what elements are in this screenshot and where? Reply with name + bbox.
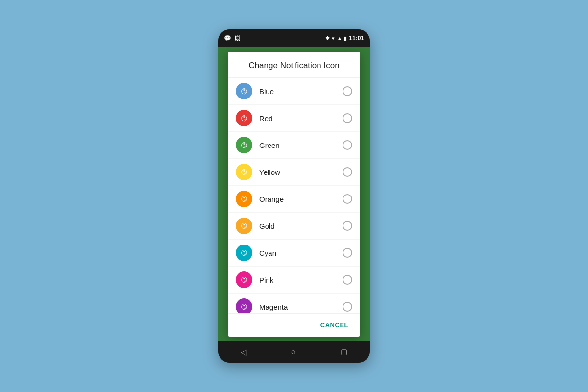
- cancel-button[interactable]: CANCEL: [317, 318, 352, 332]
- dialog-title: Change Notification Icon: [228, 52, 360, 78]
- gold-icon-circle: [236, 218, 252, 234]
- status-right-icons: ✱ ▾ ▲ ▮ 11:01: [325, 35, 364, 42]
- red-label: Red: [259, 114, 343, 122]
- pink-label: Pink: [259, 276, 343, 284]
- yellow-icon-circle: [236, 164, 252, 180]
- cyan-label: Cyan: [259, 249, 343, 257]
- pink-icon-circle: [236, 271, 252, 288]
- dialog-overlay: Change Notification Icon BlueRedGreenYel…: [218, 47, 370, 341]
- dialog-actions: CANCEL: [228, 313, 360, 337]
- yellow-radio[interactable]: [343, 167, 352, 177]
- nav-bar: [218, 341, 370, 363]
- blue-label: Blue: [259, 87, 343, 96]
- blue-icon-circle: [236, 83, 252, 99]
- image-icon: 🖼: [234, 35, 240, 42]
- magenta-radio[interactable]: [343, 302, 352, 312]
- back-button[interactable]: [237, 343, 250, 361]
- orange-icon-circle: [236, 191, 252, 207]
- home-button[interactable]: [287, 343, 300, 361]
- color-option-green[interactable]: Green: [228, 132, 360, 159]
- red-radio[interactable]: [343, 113, 352, 123]
- bluetooth-icon: ✱: [325, 35, 330, 42]
- phone-frame: 💬 🖼 ✱ ▾ ▲ ▮ 11:01 Change Notification Ic…: [218, 29, 370, 363]
- magenta-icon-circle: [236, 298, 252, 313]
- magenta-label: Magenta: [259, 303, 343, 311]
- red-icon-circle: [236, 110, 252, 126]
- cyan-radio[interactable]: [343, 248, 352, 258]
- phone-content: Change Notification Icon BlueRedGreenYel…: [218, 47, 370, 341]
- wifi-icon: ▲: [337, 35, 342, 41]
- color-option-pink[interactable]: Pink: [228, 267, 360, 294]
- green-label: Green: [259, 141, 343, 149]
- gold-label: Gold: [259, 222, 343, 230]
- color-option-gold[interactable]: Gold: [228, 213, 360, 240]
- whatsapp-icon: 💬: [224, 35, 231, 42]
- status-left-icons: 💬 🖼: [224, 35, 240, 42]
- battery-icon: ▮: [344, 35, 347, 42]
- status-time: 11:01: [349, 35, 364, 42]
- orange-radio[interactable]: [343, 194, 352, 204]
- color-option-cyan[interactable]: Cyan: [228, 240, 360, 267]
- cyan-icon-circle: [236, 245, 252, 261]
- pink-radio[interactable]: [343, 275, 352, 285]
- signal-icon: ▾: [332, 35, 335, 42]
- change-notification-dialog: Change Notification Icon BlueRedGreenYel…: [228, 52, 360, 337]
- gold-radio[interactable]: [343, 221, 352, 231]
- color-options-list: BlueRedGreenYellowOrangeGoldCyanPinkMage…: [228, 78, 360, 313]
- orange-label: Orange: [259, 195, 343, 203]
- color-option-yellow[interactable]: Yellow: [228, 159, 360, 186]
- green-radio[interactable]: [343, 140, 352, 150]
- status-bar: 💬 🖼 ✱ ▾ ▲ ▮ 11:01: [218, 29, 370, 47]
- color-option-orange[interactable]: Orange: [228, 186, 360, 213]
- yellow-label: Yellow: [259, 168, 343, 176]
- color-option-red[interactable]: Red: [228, 105, 360, 132]
- recent-apps-button[interactable]: [337, 343, 351, 360]
- color-option-magenta[interactable]: Magenta: [228, 294, 360, 313]
- blue-radio[interactable]: [343, 86, 352, 96]
- color-option-blue[interactable]: Blue: [228, 78, 360, 105]
- green-icon-circle: [236, 137, 252, 153]
